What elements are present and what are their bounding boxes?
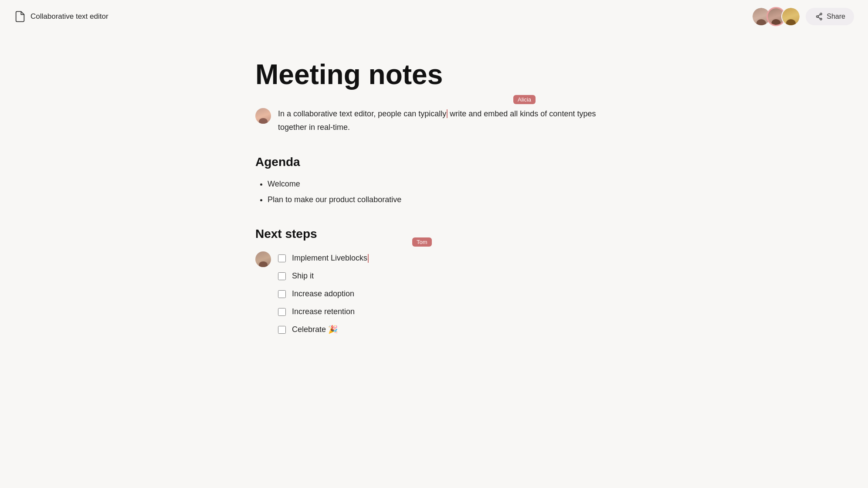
checkbox-0[interactable] xyxy=(278,254,286,262)
checklist-container: Tom Implement Liveblocks Ship it I xyxy=(255,250,613,338)
next-steps-section: Next steps Tom Implement Liveblocks xyxy=(255,227,613,338)
alicia-cursor-line xyxy=(447,109,448,118)
agenda-heading: Agenda xyxy=(255,155,613,169)
checklist-item-1: Ship it xyxy=(278,268,369,285)
document-icon xyxy=(14,10,26,23)
checklist-label-4: Celebrate 🎉 xyxy=(292,324,338,336)
share-button[interactable]: Share xyxy=(806,8,854,25)
tom-cursor-line xyxy=(368,254,369,263)
checklist-item-3: Increase retention xyxy=(278,303,369,320)
main-content: Meeting notes Alicia In a collaborative … xyxy=(238,33,630,382)
collaborator-avatars xyxy=(752,7,800,26)
alicia-avatar-inline xyxy=(255,108,271,124)
app-header: Collaborative text editor Share xyxy=(0,0,868,33)
header-left: Collaborative text editor xyxy=(14,10,108,23)
svg-line-3 xyxy=(818,14,821,16)
checklist-label-2: Increase adoption xyxy=(292,288,354,300)
checklist-label-3: Increase retention xyxy=(292,306,355,318)
checkbox-1[interactable] xyxy=(278,272,286,280)
checklist-label-1: Ship it xyxy=(292,270,314,282)
implement-item-wrapper: Tom Implement Liveblocks xyxy=(278,250,369,267)
share-icon xyxy=(814,12,823,21)
svg-line-4 xyxy=(818,17,821,19)
intro-section: Alicia In a collaborative text editor, p… xyxy=(255,107,613,134)
intro-paragraph: In a collaborative text editor, people c… xyxy=(278,107,613,134)
alicia-cursor-tooltip: Alicia xyxy=(513,95,536,104)
next-steps-heading: Next steps xyxy=(255,227,613,241)
checkbox-4[interactable] xyxy=(278,326,286,334)
header-right: Share xyxy=(752,7,854,26)
agenda-item-2: Plan to make our product collaborative xyxy=(268,193,613,206)
checklist-item-0: Implement Liveblocks xyxy=(278,250,369,267)
checkbox-2[interactable] xyxy=(278,290,286,298)
agenda-section: Agenda Welcome Plan to make our product … xyxy=(255,155,613,207)
checklist-item-4: Celebrate 🎉 xyxy=(278,321,369,338)
app-title: Collaborative text editor xyxy=(31,12,108,21)
checkbox-3[interactable] xyxy=(278,308,286,316)
agenda-item-1: Welcome xyxy=(268,178,613,190)
avatar-user3 xyxy=(781,7,800,26)
document-title: Meeting notes xyxy=(255,59,613,90)
tom-avatar-inline xyxy=(255,251,271,267)
checklist-label-0: Implement Liveblocks xyxy=(292,252,369,264)
checklist-item-2: Increase adoption xyxy=(278,285,369,302)
svg-point-2 xyxy=(820,18,822,20)
svg-point-0 xyxy=(817,16,818,17)
tom-cursor-tooltip: Tom xyxy=(412,237,432,247)
checklist-items: Tom Implement Liveblocks Ship it I xyxy=(278,250,369,338)
agenda-list: Welcome Plan to make our product collabo… xyxy=(255,178,613,207)
share-label: Share xyxy=(827,13,845,20)
svg-point-1 xyxy=(820,13,822,15)
intro-text-container: Alicia In a collaborative text editor, p… xyxy=(278,107,613,134)
